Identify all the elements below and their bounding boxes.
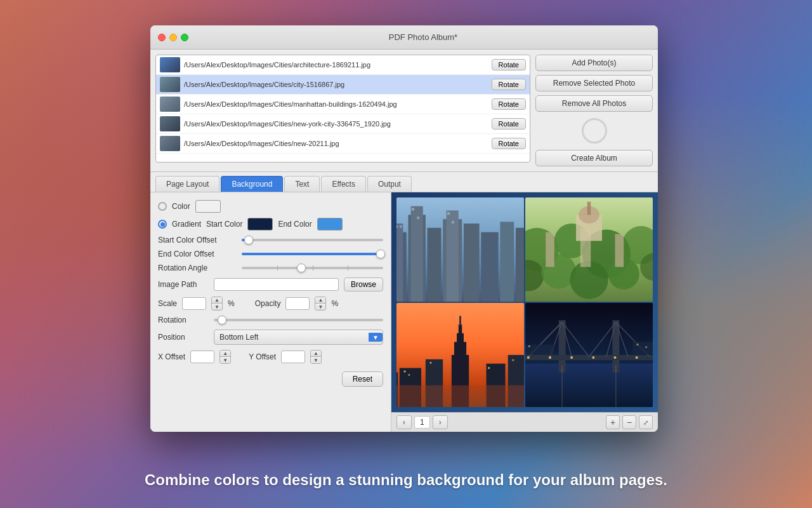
rotate-button[interactable]: Rotate	[492, 98, 526, 110]
file-thumbnail	[160, 97, 180, 112]
rotation-slider[interactable]	[214, 319, 383, 321]
color-swatch[interactable]	[195, 200, 221, 213]
photo-cell-4	[525, 303, 653, 407]
position-select[interactable]: Bottom Left ▼	[214, 330, 383, 345]
end-offset-fill	[242, 253, 381, 255]
start-color-swatch[interactable]	[247, 218, 273, 231]
add-photos-button[interactable]: Add Photo(s)	[535, 55, 653, 71]
svg-rect-47	[404, 371, 406, 373]
rotate-button[interactable]: Rotate	[492, 79, 526, 90]
start-offset-thumb[interactable]	[244, 236, 253, 244]
color-row: Color	[158, 200, 383, 213]
bottom-tagline: Combine colors to design a stunning back…	[0, 471, 812, 489]
tab-effects[interactable]: Effects	[321, 176, 365, 192]
browse-button[interactable]: Browse	[344, 277, 383, 291]
svg-rect-48	[409, 374, 410, 376]
page-number: 1	[414, 416, 430, 429]
remove-selected-button[interactable]: Remove Selected Photo	[535, 75, 653, 91]
color-label: Color	[172, 202, 190, 211]
scale-up[interactable]: ▲	[212, 297, 222, 304]
color-radio[interactable]	[158, 202, 167, 211]
zoom-in-button[interactable]: +	[606, 415, 620, 429]
zoom-out-button[interactable]: −	[622, 415, 636, 429]
svg-rect-18	[396, 197, 524, 302]
scale-opacity-row: Scale 100 ▲ ▼ % Opacity 70 ▲ ▼ %	[158, 297, 383, 311]
close-button[interactable]	[158, 34, 166, 41]
image-path-input[interactable]	[214, 278, 339, 291]
svg-rect-49	[430, 362, 432, 364]
maximize-button[interactable]	[181, 34, 188, 41]
file-path: /Users/Alex/Desktop/Images/Cities/city-1…	[184, 81, 488, 88]
rotation-angle-row: Rotation Angle	[158, 264, 383, 272]
photo-grid	[391, 192, 658, 412]
next-page-button[interactable]: ›	[433, 415, 448, 429]
y-offset-label: Y Offset	[249, 352, 276, 361]
x-offset-input[interactable]: 0	[190, 351, 214, 363]
opacity-down[interactable]: ▼	[315, 304, 325, 310]
svg-rect-50	[488, 367, 490, 369]
tab-bar: Page Layout Background Text Effects Outp…	[150, 172, 658, 192]
photo-cell-1	[396, 197, 524, 302]
right-buttons: Add Photo(s) Remove Selected Photo Remov…	[535, 55, 653, 166]
tab-text[interactable]: Text	[284, 176, 320, 192]
create-album-button[interactable]: Create Album	[535, 150, 653, 166]
image-path-row: Image Path Browse	[158, 277, 383, 291]
progress-indicator	[582, 118, 607, 144]
end-color-swatch[interactable]	[317, 218, 343, 231]
svg-point-65	[527, 356, 530, 359]
rotation-angle-slider[interactable]	[242, 267, 383, 269]
x-offset-up[interactable]: ▲	[220, 351, 230, 357]
opacity-up[interactable]: ▲	[315, 297, 325, 304]
tab-background[interactable]: Background	[221, 176, 283, 192]
y-offset-stepper[interactable]: ▲ ▼	[310, 350, 322, 364]
start-color-offset-label: Start Color Offset	[158, 236, 234, 244]
position-select-wrapper: Bottom Left ▼	[214, 330, 383, 345]
end-color-offset-label: End Color Offset	[158, 250, 234, 258]
remove-all-button[interactable]: Remove All Photos	[535, 95, 653, 112]
nav-bar: ‹ 1 › + − ⤢	[391, 412, 658, 432]
prev-page-button[interactable]: ‹	[396, 415, 412, 429]
scale-down[interactable]: ▼	[212, 304, 222, 310]
svg-rect-38	[457, 333, 464, 345]
svg-point-67	[570, 356, 573, 359]
tab-page-layout[interactable]: Page Layout	[155, 176, 219, 192]
gradient-radio[interactable]	[158, 220, 167, 229]
top-section: /Users/Alex/Desktop/Images/Cities/archit…	[150, 50, 658, 172]
fit-page-button[interactable]: ⤢	[639, 415, 653, 429]
y-offset-down[interactable]: ▼	[311, 357, 321, 363]
file-thumbnail	[160, 57, 180, 72]
rotation-slider-thumb[interactable]	[218, 316, 226, 324]
opacity-input[interactable]: 70	[285, 297, 310, 310]
svg-rect-46	[396, 385, 524, 407]
y-offset-input[interactable]: 0	[281, 351, 305, 363]
x-offset-down[interactable]: ▼	[220, 357, 230, 363]
x-offset-label: X Offset	[158, 352, 185, 361]
scale-input[interactable]: 100	[182, 297, 206, 310]
scale-stepper[interactable]: ▲ ▼	[211, 297, 223, 311]
start-offset-slider[interactable]	[242, 239, 383, 241]
svg-rect-31	[615, 234, 624, 267]
gradient-row: Gradient Start Color End Color	[158, 218, 383, 231]
opacity-stepper[interactable]: ▲ ▼	[315, 297, 326, 311]
minimize-button[interactable]	[169, 34, 177, 41]
position-row: Position Bottom Left ▼	[158, 330, 383, 345]
rotation-thumb[interactable]	[297, 264, 306, 272]
rotate-button[interactable]: Rotate	[492, 138, 526, 149]
file-row: /Users/Alex/Desktop/Images/Cities/city-1…	[156, 75, 530, 95]
rotate-button[interactable]: Rotate	[492, 59, 526, 70]
svg-rect-78	[528, 345, 530, 347]
svg-rect-80	[645, 346, 647, 348]
y-offset-up[interactable]: ▲	[311, 351, 321, 357]
tab-output[interactable]: Output	[367, 176, 412, 192]
end-offset-slider[interactable]	[242, 253, 383, 255]
x-offset-stepper[interactable]: ▲ ▼	[219, 350, 231, 364]
scale-percent: %	[228, 299, 235, 308]
reset-button[interactable]: Reset	[342, 371, 383, 387]
file-row: /Users/Alex/Desktop/Images/Cities/new-yo…	[156, 114, 530, 134]
svg-rect-79	[637, 344, 639, 345]
end-offset-thumb[interactable]	[376, 250, 385, 258]
app-window: PDF Photo Album* /Users/Alex/Desktop/Ima…	[150, 25, 658, 432]
file-list[interactable]: /Users/Alex/Desktop/Images/Cities/archit…	[155, 55, 530, 163]
dropdown-arrow: ▼	[369, 333, 383, 342]
rotate-button[interactable]: Rotate	[492, 118, 526, 130]
